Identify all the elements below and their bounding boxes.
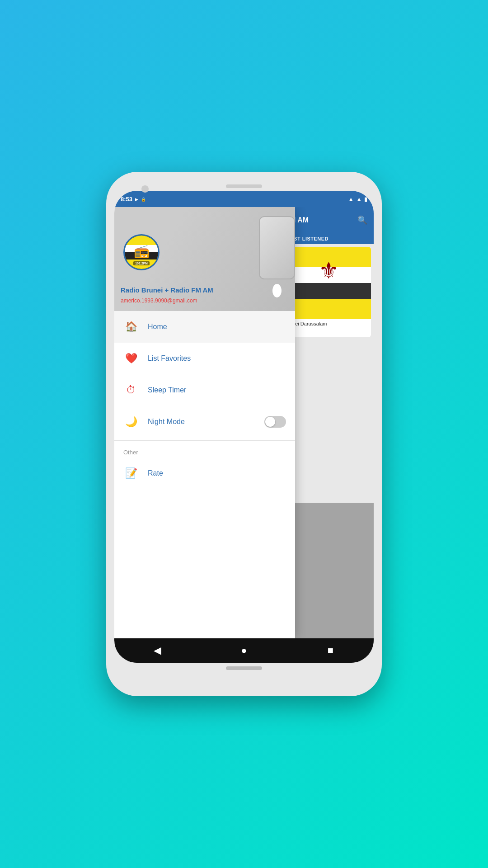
home-icon: 🏠: [123, 319, 139, 335]
recents-button[interactable]: ■: [319, 639, 342, 662]
earpiece-speaker: [226, 184, 262, 188]
main-header-title: M AM: [290, 216, 354, 224]
lock-status-icon: [141, 196, 146, 202]
rate-label: Rate: [148, 469, 286, 477]
flag-visual: ⚜: [286, 247, 371, 319]
recents-icon: ■: [328, 645, 333, 656]
drawer-menu: 🏠 Home ❤️ List Favorites ⏱ Sleep Timer: [114, 311, 295, 638]
search-icon[interactable]: 🔍: [357, 215, 367, 225]
list-favorites-label: List Favorites: [148, 354, 286, 363]
home-label: Home: [148, 323, 286, 331]
navigation-drawer: 102.2FM 📻 Radio Brunei + Radio FM AM ame…: [114, 207, 295, 638]
menu-divider: [114, 440, 295, 441]
drawer-item-night-mode[interactable]: 🌙 Night Mode: [114, 406, 295, 438]
battery-icon: ▮: [364, 196, 367, 203]
main-header: M AM 🔍: [283, 207, 374, 233]
night-mode-toggle[interactable]: [264, 416, 286, 428]
bottom-navigation: ◀ ● ■: [114, 638, 374, 663]
heart-icon: ❤️: [123, 351, 139, 366]
status-icons-right: ▲ ▲ ▮: [348, 196, 367, 203]
flag-black-stripe: [286, 283, 371, 299]
wifi-icon: ▲: [348, 196, 354, 203]
status-bar: 8:53 ▲ ▲ ▮: [114, 191, 374, 207]
back-icon: ◀: [154, 645, 161, 656]
moon-icon: 🌙: [123, 414, 139, 429]
home-button[interactable]: ●: [233, 639, 255, 662]
brunei-flag-card[interactable]: ⚜ unei Darussalam: [286, 247, 371, 337]
toggle-thumb: [265, 417, 275, 427]
drawer-app-name: Radio Brunei + Radio FM AM: [121, 286, 213, 294]
front-camera: [141, 185, 149, 193]
drawer-email: americo.1993.9090@gmail.com: [121, 297, 197, 304]
night-mode-label: Night Mode: [148, 418, 264, 426]
drawer-item-home[interactable]: 🏠 Home: [114, 311, 295, 343]
signal-icon: ▲: [356, 196, 362, 203]
logo-radio-icon: 📻: [134, 244, 150, 259]
drawer-header: 102.2FM 📻 Radio Brunei + Radio FM AM ame…: [114, 207, 295, 311]
rate-icon: 📝: [123, 466, 139, 481]
card-country-label: unei Darussalam: [286, 319, 371, 328]
phone-top-bar: [114, 180, 374, 191]
other-section-label: Other: [114, 443, 295, 458]
logo-radio-label: 102.2FM: [133, 261, 150, 265]
status-time: 8:53: [121, 196, 132, 203]
drawer-item-rate[interactable]: 📝 Rate: [114, 458, 295, 489]
drawer-item-list-favorites[interactable]: ❤️ List Favorites: [114, 343, 295, 374]
brunei-emblem-icon: ⚜: [319, 258, 339, 284]
timer-icon: ⏱: [123, 382, 139, 398]
phone-screen: 8:53 ▲ ▲ ▮ M AM 🔍 OST LISTENED: [114, 191, 374, 663]
device-shape: [259, 216, 295, 279]
play-status-icon: [135, 196, 138, 202]
drawer-item-sleep-timer[interactable]: ⏱ Sleep Timer: [114, 374, 295, 406]
gray-overlay: [283, 503, 374, 638]
home-nav-icon: ●: [241, 645, 247, 656]
main-content-background: M AM 🔍 OST LISTENED ⚜ unei Darussalam: [283, 207, 374, 638]
home-button-area: [114, 663, 374, 674]
screen-body: M AM 🔍 OST LISTENED ⚜ unei Darussalam: [114, 207, 374, 638]
back-button[interactable]: ◀: [146, 639, 169, 662]
app-logo: 102.2FM 📻: [123, 234, 160, 270]
phone-shell: 8:53 ▲ ▲ ▮ M AM 🔍 OST LISTENED: [106, 172, 382, 696]
sleep-timer-label: Sleep Timer: [148, 386, 286, 394]
earphone-bud: [272, 284, 282, 297]
most-listened-label: OST LISTENED: [283, 233, 374, 244]
home-pill: [226, 666, 262, 670]
